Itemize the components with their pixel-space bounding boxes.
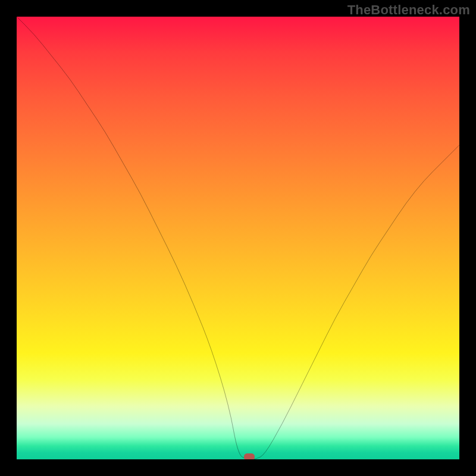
bottleneck-curve-path (17, 17, 459, 459)
plot-area (17, 17, 459, 459)
optimal-point-marker (244, 453, 255, 460)
watermark-text: TheBottleneck.com (347, 2, 470, 18)
bottleneck-curve (17, 17, 459, 459)
chart-frame: TheBottleneck.com (0, 0, 476, 476)
